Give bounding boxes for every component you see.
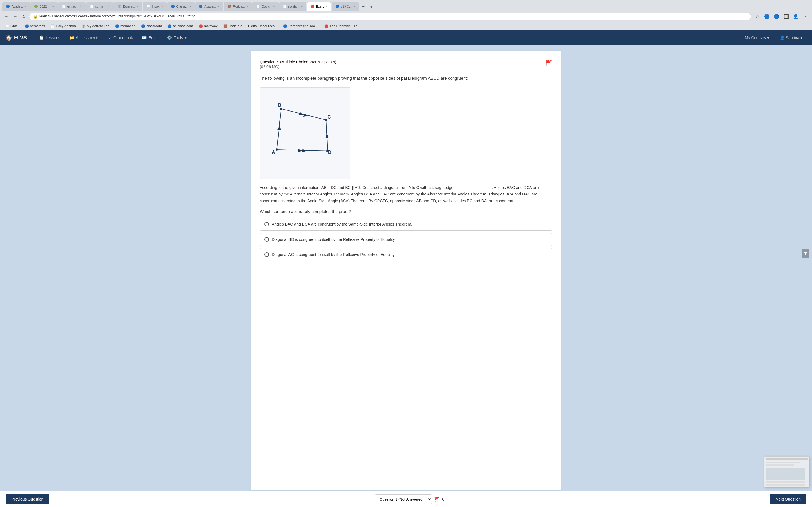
tab-12-favicon: 🔴 bbox=[310, 4, 314, 8]
tab-10[interactable]: 📄 Copy... × bbox=[252, 2, 278, 11]
extension-icon-2[interactable]: 🔵 bbox=[772, 12, 780, 20]
scroll-indicator[interactable]: ▼ bbox=[802, 249, 809, 258]
tab-13-close[interactable]: × bbox=[353, 4, 355, 8]
bookmark-classroom[interactable]: 🔵 classroom bbox=[139, 23, 164, 29]
tab-6-close[interactable]: × bbox=[161, 4, 163, 8]
bookmark-gmail-icon: ✉️ bbox=[5, 24, 9, 28]
radio-C[interactable] bbox=[264, 252, 269, 257]
bookmark-codeorg[interactable]: 🟫 Code.org bbox=[221, 23, 245, 29]
bookmark-gmail[interactable]: ✉️ Gmail bbox=[3, 23, 21, 29]
flag-button[interactable]: 🚩 bbox=[545, 59, 552, 66]
tab-list-button[interactable]: ▼ bbox=[367, 3, 375, 11]
bookmark-daily-agenda-icon: 📄 bbox=[50, 24, 55, 28]
forward-button[interactable]: → bbox=[12, 13, 18, 20]
gradebook-label: Gradebook bbox=[113, 36, 133, 40]
bookmark-activity-log[interactable]: ✳️ My Activity Log bbox=[79, 23, 112, 29]
bookmark-preamble[interactable]: 🔴 The Preamble | Th... bbox=[322, 23, 363, 29]
nav-tools[interactable]: ⚙️ Tools ▾ bbox=[163, 33, 191, 42]
tools-dropdown-icon: ▾ bbox=[185, 36, 187, 40]
url-text: learn.flvs.net/educator/student/examform… bbox=[40, 14, 747, 18]
browser-toolbar-icons: ☆ 🔵 🔵 🔲 👤 ⋮ bbox=[753, 12, 809, 20]
flag-count-icon[interactable]: 🚩 bbox=[434, 497, 440, 502]
address-bar-row: ← → ↻ 🔒 learn.flvs.net/educator/student/… bbox=[0, 11, 812, 22]
lock-icon: 🔒 bbox=[33, 14, 38, 18]
extension-icon-1[interactable]: 🔵 bbox=[763, 12, 771, 20]
bookmark-digital-resources[interactable]: Digital Resources... bbox=[246, 23, 280, 29]
tab-4[interactable]: 📄 summ... × bbox=[86, 2, 114, 11]
reload-button[interactable]: ↻ bbox=[21, 13, 27, 20]
user-dropdown[interactable]: 👤 Sabrina ▾ bbox=[776, 33, 806, 42]
tab-3[interactable]: 📄 extrac... × bbox=[58, 2, 86, 11]
tab-9[interactable]: 🟤 Florida... × bbox=[223, 2, 252, 11]
tab-5[interactable]: ✳️ Born a... × bbox=[114, 2, 142, 11]
tab-12[interactable]: 🔴 Exa... × bbox=[307, 2, 331, 11]
email-icon: ✉️ bbox=[142, 36, 147, 40]
tab-11-close[interactable]: × bbox=[301, 4, 303, 8]
tab-9-close[interactable]: × bbox=[246, 4, 248, 8]
tab-1-close[interactable]: × bbox=[24, 4, 27, 8]
radio-B[interactable] bbox=[264, 237, 269, 242]
bookmark-mathway[interactable]: 🔴 mathway bbox=[197, 23, 220, 29]
assessments-label: Assessments bbox=[76, 36, 99, 40]
tab-1-favicon: 🔵 bbox=[6, 4, 10, 8]
tab-2[interactable]: 🟢 2022-... × bbox=[31, 2, 57, 11]
more-menu-icon[interactable]: ⋮ bbox=[801, 12, 809, 20]
bookmark-gmail-label: Gmail bbox=[10, 24, 19, 28]
bookmark-paraphrasing[interactable]: 🔵 Paraphrasing Tool... bbox=[281, 23, 321, 29]
bookmark-membean[interactable]: 🔵 membean bbox=[113, 23, 138, 29]
bookmark-star-icon[interactable]: ☆ bbox=[753, 12, 761, 20]
tab-9-title: Florida... bbox=[233, 5, 245, 8]
tab-7[interactable]: 🔵 Classr... × bbox=[167, 2, 195, 11]
bookmark-activity-log-icon: ✳️ bbox=[82, 24, 86, 28]
question-dropdown[interactable]: Question 1 (Not Answered) bbox=[375, 494, 432, 504]
tab-8[interactable]: 🔵 Acade... × bbox=[195, 2, 223, 11]
svg-rect-19 bbox=[766, 458, 808, 460]
svg-text:C: C bbox=[327, 115, 331, 119]
bottom-bar: Previous Question Question 1 (Not Answer… bbox=[0, 491, 812, 507]
back-button[interactable]: ← bbox=[3, 13, 10, 20]
address-bar[interactable]: 🔒 learn.flvs.net/educator/student/examfo… bbox=[29, 13, 751, 20]
tab-2-close[interactable]: × bbox=[52, 4, 54, 8]
nav-lessons[interactable]: 📋 Lessons bbox=[35, 33, 64, 42]
svg-rect-23 bbox=[766, 482, 805, 483]
bookmark-daily-agenda[interactable]: 📄 Daily Agenda bbox=[48, 23, 78, 29]
tab-1[interactable]: 🔵 Acade... × bbox=[2, 2, 30, 11]
bookmark-ap-classroom[interactable]: 🔵 ap classroom bbox=[165, 23, 195, 29]
tools-icon: ⚙️ bbox=[167, 36, 172, 40]
svg-rect-22 bbox=[766, 468, 805, 480]
tab-3-close[interactable]: × bbox=[80, 4, 82, 8]
choice-A[interactable]: Angles BAC and DCA are congruent by the … bbox=[260, 218, 552, 231]
new-tab-button[interactable]: + bbox=[359, 3, 367, 11]
tab-13[interactable]: 🔵 v19 C... × bbox=[332, 2, 359, 11]
bookmark-digital-resources-label: Digital Resources... bbox=[248, 24, 277, 28]
tab-6[interactable]: ✉️ Inbox × bbox=[143, 2, 167, 11]
tab-12-close[interactable]: × bbox=[326, 4, 327, 8]
radio-A[interactable] bbox=[264, 222, 269, 226]
tab-11-favicon: 📄 bbox=[283, 4, 287, 8]
profile-icon[interactable]: 👤 bbox=[792, 12, 800, 20]
tab-7-close[interactable]: × bbox=[189, 4, 191, 8]
bookmark-veracross[interactable]: 🔵 veracross bbox=[22, 23, 47, 29]
svg-text:B: B bbox=[278, 103, 282, 108]
bookmark-preamble-icon: 🔴 bbox=[324, 24, 328, 28]
bookmark-membean-icon: 🔵 bbox=[115, 24, 119, 28]
choice-B[interactable]: Diagonal BD is congruent to itself by th… bbox=[260, 233, 552, 246]
nav-email[interactable]: ✉️ Email bbox=[138, 33, 162, 42]
nav-assessments[interactable]: 📁 Assessments bbox=[65, 33, 103, 42]
brand[interactable]: 🏠 FLVS bbox=[6, 35, 27, 41]
tab-10-close[interactable]: × bbox=[273, 4, 275, 8]
bookmark-codeorg-icon: 🟫 bbox=[223, 24, 227, 28]
thumbnail-preview bbox=[764, 456, 809, 487]
tab-4-close[interactable]: × bbox=[108, 4, 110, 8]
extension-icon-3[interactable]: 🔲 bbox=[782, 12, 790, 20]
previous-question-button[interactable]: Previous Question bbox=[6, 494, 49, 504]
tab-8-close[interactable]: × bbox=[218, 4, 220, 8]
tab-5-close[interactable]: × bbox=[137, 4, 139, 8]
tab-11[interactable]: 📄 no sla... × bbox=[279, 2, 307, 11]
nav-gradebook[interactable]: ✓ Gradebook bbox=[104, 33, 137, 42]
next-question-button[interactable]: Next Question bbox=[770, 494, 806, 504]
my-courses-dropdown[interactable]: My Courses ▾ bbox=[741, 33, 773, 42]
choice-C[interactable]: Diagonal AC is congruent to itself by th… bbox=[260, 248, 552, 261]
bookmarks-bar: ✉️ Gmail 🔵 veracross 📄 Daily Agenda ✳️ M… bbox=[0, 22, 812, 30]
lessons-icon: 📋 bbox=[39, 36, 44, 40]
